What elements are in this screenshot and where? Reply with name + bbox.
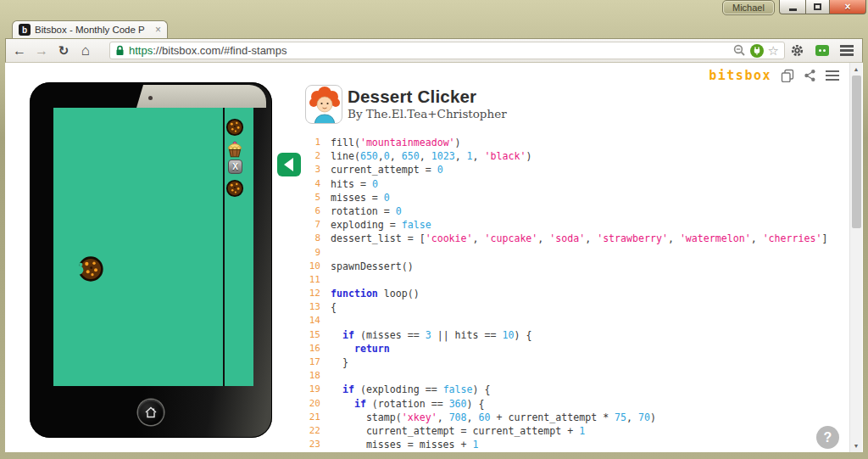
code-line[interactable]: 2line(650,0, 650, 1023, 1, 'black') [293,149,827,163]
bitsbox-favicon-icon: b [19,24,31,36]
code-line[interactable]: 1fill('mountainmeadow') [293,136,827,149]
code-text: if (rotation == 360) { [331,397,485,411]
line-number: 15 [293,328,320,342]
code-line[interactable]: 10spawnDessert() [293,260,827,273]
scroll-down-icon[interactable]: ▼ [850,443,862,449]
help-button[interactable]: ? [816,426,839,449]
back-icon[interactable]: ← [9,39,30,62]
page-scrollbar[interactable]: ▲ ▼ [849,63,862,452]
reload-icon[interactable]: ↻ [53,39,74,62]
maximize-icon [814,3,821,10]
code-line[interactable]: 18 [293,369,827,383]
code-text: return [331,342,390,355]
code-line[interactable]: 11 [293,273,827,287]
code-text: rotation = 0 [331,204,402,218]
code-line[interactable]: 4hits = 0 [293,177,827,191]
code-line[interactable]: 8dessert_list = ['cookie', 'cupcake', 's… [293,232,827,245]
code-line[interactable]: 20 if (rotation == 360) { [293,397,827,411]
line-number: 10 [293,260,320,273]
line-number: 2 [293,149,320,163]
author-avatar [305,85,342,124]
browser-window: Michael × b Bitsbox - Monthly Code P × ←… [0,0,868,459]
cookie-stamp-icon[interactable] [225,118,244,137]
code-line[interactable]: 17 } [293,355,827,369]
chat-dot [823,49,826,52]
extension-plug-icon[interactable] [750,44,764,58]
close-button[interactable]: × [829,0,866,14]
padlock-icon [115,45,125,56]
scroll-up-icon[interactable]: ▲ [850,66,862,72]
code-text: exploding = false [331,218,431,232]
home-icon[interactable]: ⌂ [75,39,96,62]
game-divider-line [223,108,225,386]
line-number: 19 [293,383,320,396]
line-number: 12 [293,287,320,300]
line-number: 3 [293,163,320,176]
tablet-home-button[interactable] [138,400,164,425]
code-line[interactable]: 5misses = 0 [293,191,827,204]
code-text: stamp('xkey', 708, 60 + current_attempt … [331,411,656,424]
browser-toolbar: ← → ↻ ⌂ https://bitsbox.com/#find-stamps [5,38,863,63]
chrome-menu-icon[interactable] [840,45,854,56]
chat-dot [819,49,821,52]
tab-close-icon[interactable]: × [155,25,161,34]
code-text: line(650,0, 650, 1023, 1, 'black') [331,149,531,163]
line-number: 4 [293,177,320,191]
maximize-button[interactable] [806,0,829,14]
line-number: 21 [293,411,320,424]
code-editor[interactable]: 1fill('mountainmeadow')2line(650,0, 650,… [293,136,827,451]
xkey-button[interactable]: X [228,160,242,174]
scrollbar-thumb[interactable] [852,76,861,228]
toolbar-extensions [790,39,854,62]
bookmark-star-icon[interactable]: ☆ [768,44,779,57]
minimize-button[interactable] [779,0,806,14]
tablet-top-bezel [136,85,266,108]
code-line[interactable]: 23 misses = misses + 1 [293,438,827,451]
bitsbox-page: X [5,63,863,452]
code-line[interactable]: 6rotation = 0 [293,204,827,218]
code-line[interactable]: 21 stamp('xkey', 708, 60 + current_attem… [293,411,827,424]
profile-button[interactable]: Michael [723,1,774,14]
tab-strip: b Bitsbox - Monthly Code P × [0,19,868,38]
code-text: misses = misses + 1 [331,438,479,451]
code-text: } [331,355,348,369]
gear-icon[interactable] [790,43,804,58]
page-menu-icon[interactable] [826,70,839,81]
game-screen[interactable]: X [53,108,253,386]
code-line[interactable]: 16 return [293,342,827,355]
line-number: 16 [293,342,320,355]
code-line[interactable]: 12function loop() [293,287,827,300]
line-number: 7 [293,218,320,232]
house-icon [144,406,158,418]
copy-pages-icon[interactable] [781,69,794,82]
code-line[interactable]: 13{ [293,300,827,314]
bitsbox-logo[interactable]: bitsbox [709,68,771,83]
forward-icon[interactable]: → [31,39,52,62]
code-line[interactable]: 22 current_attempt = current_attempt + 1 [293,424,827,438]
cookie-stamp-icon[interactable] [225,179,244,198]
code-line[interactable]: 7exploding = false [293,218,827,232]
line-number: 17 [293,355,320,369]
browser-tab[interactable]: b Bitsbox - Monthly Code P × [12,20,168,38]
cookie-bitten-icon[interactable] [77,255,104,283]
window-titlebar[interactable]: Michael × [0,0,868,19]
share-icon[interactable] [804,69,816,82]
code-line[interactable]: 3current_attempt = 0 [293,163,827,176]
camera-icon [148,96,153,100]
app-title: Dessert Clicker [348,87,476,107]
chat-extension-icon[interactable] [815,45,829,56]
code-line[interactable]: 14 [293,314,827,327]
code-text: current_attempt = current_attempt + 1 [331,424,585,438]
close-icon: × [844,1,850,13]
line-number: 20 [293,397,320,411]
code-line[interactable]: 15 if (misses == 3 || hits == 10) { [293,328,827,342]
left-triangle-icon [284,158,293,171]
code-text: fill('mountainmeadow') [331,136,461,149]
code-text: if (exploding == false) { [331,383,491,396]
zoom-out-icon[interactable] [733,44,746,57]
code-line[interactable]: 9 [293,246,827,260]
cupcake-stamp-icon[interactable] [225,140,244,159]
code-text: spawnDessert() [331,260,414,273]
address-bar[interactable]: https://bitsbox.com/#find-stamps ☆ [109,42,785,59]
code-line[interactable]: 19 if (exploding == false) { [293,383,827,396]
